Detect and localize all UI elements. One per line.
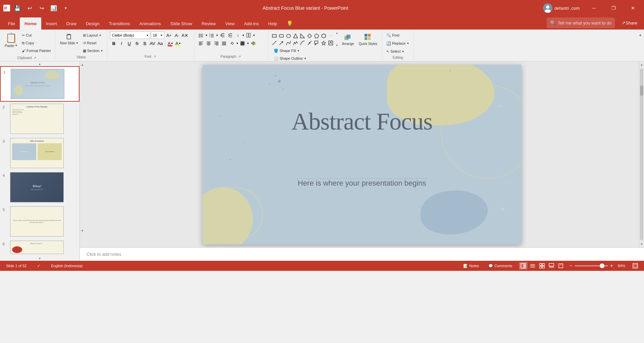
slide-item-2[interactable]: 2 Contents of This Template • Bullet poi… <box>0 102 79 136</box>
clear-formatting-button[interactable]: A✕ <box>181 32 189 39</box>
zoom-in-button[interactable]: + <box>610 263 613 269</box>
zoom-fit-button[interactable] <box>630 262 641 269</box>
qat-undo-button[interactable]: ↩ <box>25 3 34 13</box>
align-right-button[interactable] <box>213 40 220 47</box>
zoom-slider-thumb[interactable] <box>600 263 604 268</box>
shape-hexagon-button[interactable] <box>320 33 327 39</box>
tab-addins[interactable]: Add-ins <box>239 17 263 30</box>
scroll-thumb[interactable] <box>640 86 643 96</box>
shape-fill-button[interactable]: 🪣 Shape Fill ▼ <box>272 47 308 54</box>
tab-transitions[interactable]: Transitions <box>104 17 135 30</box>
qat-save-button[interactable]: 💾 <box>13 3 22 13</box>
font-name-input[interactable]: Calibri (Body) ▼ <box>110 32 150 39</box>
smartart-button[interactable] <box>250 40 257 47</box>
slide-item-6[interactable]: 6 Maybe You Need to... <box>0 239 79 256</box>
shape-connectors-button[interactable] <box>306 40 313 46</box>
shape-callout-button[interactable] <box>313 40 320 46</box>
paragraph-expand-icon[interactable]: ↗ <box>237 54 242 59</box>
text-highlight-button[interactable]: A ▼ <box>174 40 182 47</box>
bullets-button[interactable] <box>197 32 205 39</box>
shape-right-triangle-button[interactable] <box>299 33 306 39</box>
slide-item-5[interactable]: 5 "This is a quote, words full of wisdom… <box>0 204 79 239</box>
normal-view-button[interactable] <box>519 262 528 270</box>
scroll-down-button[interactable]: ▼ <box>639 241 644 247</box>
increase-font-size-button[interactable]: A+ <box>165 32 172 39</box>
tab-insert[interactable]: Insert <box>41 17 62 30</box>
increase-indent-button[interactable] <box>226 32 234 39</box>
search-bar[interactable]: 🔍 Tell me what you want to do <box>547 17 615 28</box>
outline-view-button[interactable] <box>528 262 537 270</box>
shape-pentagon-button[interactable] <box>313 33 320 39</box>
shape-isosceles-button[interactable] <box>292 33 299 39</box>
shape-action-button[interactable] <box>327 40 334 46</box>
slides-scroll-up[interactable]: ▲ <box>0 61 79 66</box>
minimize-button[interactable]: ─ <box>586 0 602 16</box>
restore-button[interactable]: ❐ <box>606 0 621 16</box>
paste-button[interactable]: 📋 Paste ▼ <box>3 32 19 48</box>
slide-item-1[interactable]: 1 Abstract Focus Here is where your pres… <box>0 66 79 102</box>
find-button[interactable]: 🔍 Find <box>385 32 400 39</box>
shape-diamond-button[interactable] <box>306 33 313 39</box>
zoom-level-display[interactable]: 84% <box>615 263 628 268</box>
user-info[interactable]: defantri .com <box>540 2 582 14</box>
slide-item-3[interactable]: 3 Table of Contents The Company Business… <box>0 136 79 170</box>
select-button[interactable]: ↖ Select ▼ <box>385 48 406 55</box>
case-button[interactable]: Aa <box>156 40 164 47</box>
shape-arc-button[interactable] <box>299 40 306 46</box>
notes-button[interactable]: 📝 Notes <box>461 263 482 269</box>
tab-help[interactable]: Help <box>264 17 282 30</box>
shape-star-button[interactable] <box>320 40 327 46</box>
copy-button[interactable]: ⧉ Copy <box>20 39 52 47</box>
text-direction-button[interactable]: ⟲ <box>228 40 235 47</box>
italic-button[interactable]: I <box>118 40 125 47</box>
decrease-font-size-button[interactable]: A- <box>173 32 180 39</box>
shape-arrow-button[interactable] <box>278 40 285 46</box>
columns-button[interactable] <box>245 32 252 39</box>
font-color-button[interactable]: A ▼ <box>167 40 174 47</box>
qat-dropdown-button[interactable]: ▼ <box>61 3 70 13</box>
slide-sorter-button[interactable] <box>538 262 546 270</box>
qat-present-button[interactable]: 📊 <box>49 3 58 13</box>
underline-button[interactable]: U <box>125 40 133 47</box>
comments-button[interactable]: 💬 Comments <box>486 263 515 269</box>
section-button[interactable]: ▦ Section ▼ <box>82 47 105 54</box>
notes-bar[interactable]: Click to add notes <box>80 247 644 261</box>
align-center-button[interactable] <box>205 40 212 47</box>
align-left-button[interactable] <box>197 40 205 47</box>
bold-button[interactable]: B <box>110 40 117 47</box>
qat-redo-button[interactable]: ↪ <box>37 3 46 13</box>
share-button[interactable]: ↗ Share <box>618 17 641 28</box>
vertical-scroll-up[interactable]: ▲ <box>81 63 84 66</box>
reset-button[interactable]: ↺ Reset <box>82 39 105 47</box>
collapse-ribbon-button[interactable]: ▲ <box>638 32 643 37</box>
format-painter-button[interactable]: 🖌 Format Painter <box>20 47 52 54</box>
tab-home[interactable]: Home <box>20 17 41 30</box>
notes-page-button[interactable] <box>547 262 556 270</box>
layout-button[interactable]: ⊞ Layout ▼ <box>82 32 105 39</box>
tab-design[interactable]: Design <box>81 17 104 30</box>
tab-help-icon[interactable]: 💡 <box>282 17 298 30</box>
shape-freeform-button[interactable] <box>292 40 299 46</box>
right-scrollbar[interactable]: ▲ ▼ <box>639 61 644 247</box>
slides-scroll-down[interactable]: ▼ <box>0 256 79 261</box>
shape-oval-button[interactable] <box>285 33 292 39</box>
line-spacing-button[interactable]: ↕ <box>234 32 241 39</box>
replace-button[interactable]: 🔄 Replace ▼ <box>385 40 411 47</box>
zoom-out-button[interactable]: − <box>569 263 572 269</box>
clipboard-expand-icon[interactable]: ↗ <box>32 55 38 60</box>
font-size-input[interactable]: 18 ▼ <box>151 32 164 39</box>
font-expand-icon[interactable]: ↗ <box>152 54 157 59</box>
char-spacing-button[interactable]: AV <box>149 40 156 47</box>
decrease-indent-button[interactable] <box>219 32 226 39</box>
vertical-scroll-down[interactable]: ▼ <box>81 229 84 233</box>
close-button[interactable]: ✕ <box>625 0 641 16</box>
align-text-button[interactable]: ⬛ <box>239 40 246 47</box>
tab-view[interactable]: View <box>221 17 239 30</box>
scroll-up-button[interactable]: ▲ <box>639 61 644 68</box>
zoom-slider[interactable] <box>575 265 608 266</box>
tab-slideshow[interactable]: Slide Show <box>166 17 197 30</box>
cut-button[interactable]: ✂ Cut <box>20 32 52 39</box>
arrange-button[interactable]: Arrange <box>339 32 356 47</box>
strikethrough-button[interactable]: S <box>133 40 141 47</box>
shape-curve-button[interactable] <box>285 40 292 46</box>
